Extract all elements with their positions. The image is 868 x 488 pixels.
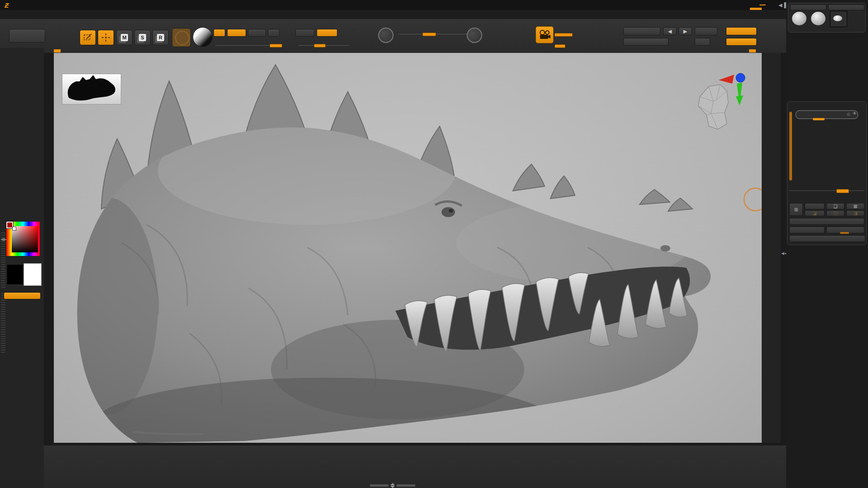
- m-button[interactable]: [268, 29, 280, 37]
- simple-eraser-button[interactable]: [828, 5, 864, 10]
- tool-thumb-sphere3d[interactable]: [811, 12, 825, 25]
- a-button[interactable]: [213, 29, 225, 37]
- color-cursor: [12, 227, 16, 231]
- left-shelf: ◀▶: [0, 48, 44, 488]
- select-camera-button[interactable]: [623, 38, 669, 46]
- layers-panel: 👁 ⊞ ❏ ⊠ ◪ ◫ ◨: [787, 101, 867, 245]
- tray-divider-left[interactable]: [54, 49, 61, 52]
- rgb-button[interactable]: [248, 29, 266, 37]
- camera-button[interactable]: [536, 26, 554, 43]
- alpha-silhouette-icon: [62, 74, 121, 104]
- layer-name-button[interactable]: [805, 203, 825, 209]
- next-arrow-icon: ▶: [683, 28, 687, 34]
- zcut-button[interactable]: [340, 29, 356, 37]
- crop-factor-bar[interactable]: [555, 44, 565, 48]
- layer-visibility-eye-icon[interactable]: 👁: [853, 111, 857, 116]
- zbrush-logo-icon: Ƶ: [5, 1, 9, 9]
- tool-thumb-sphere3d[interactable]: [792, 12, 806, 25]
- lightbox-button[interactable]: [9, 29, 45, 43]
- zadd-button[interactable]: [295, 29, 314, 37]
- camview-on-button[interactable]: [726, 38, 757, 46]
- delete-layer-icon[interactable]: ⊠: [846, 203, 864, 209]
- tool-palette: 👁 ⊞ ❏ ⊠ ◪ ◫ ◨: [786, 0, 868, 488]
- move-button[interactable]: M: [116, 30, 133, 45]
- alternate-button[interactable]: [4, 292, 41, 299]
- focal-length-bar[interactable]: [555, 33, 573, 37]
- right-shelf: [762, 53, 781, 443]
- import-mdd-button[interactable]: [789, 227, 825, 233]
- mrgb-button[interactable]: [227, 29, 246, 37]
- axis-gizmo[interactable]: [718, 71, 754, 107]
- draw-size-cursor: [744, 188, 762, 211]
- right-tray-gutter: ◀◀: [781, 53, 786, 443]
- main-color-swatch[interactable]: [6, 264, 24, 285]
- layer-invert-icon[interactable]: ◨: [846, 210, 864, 216]
- menus-button[interactable]: [759, 5, 766, 5]
- all-button[interactable]: [695, 38, 710, 46]
- color-picker[interactable]: [6, 222, 40, 256]
- bake-all-button[interactable]: [789, 218, 864, 225]
- zremesher-button[interactable]: [790, 5, 826, 10]
- scroll-down-icon[interactable]: [390, 486, 395, 488]
- rotate-icon: R: [157, 34, 164, 41]
- prev-arrow-icon: ◀: [668, 28, 672, 34]
- focal-shift-handle[interactable]: [422, 33, 436, 36]
- secondary-color-swatch[interactable]: [24, 263, 42, 286]
- scroll-up-icon[interactable]: [390, 483, 395, 485]
- layer-merge-icon[interactable]: ◫: [826, 210, 844, 216]
- rotate-button[interactable]: R: [152, 30, 169, 45]
- current-alpha-thumbnail[interactable]: [172, 28, 191, 47]
- y-axis-arrow: [737, 83, 742, 97]
- current-material-thumbnail[interactable]: [193, 27, 213, 47]
- zbrush-window: Ƶ ◀▐▌ ▐▌▶ ◀⧉ ⧉▶ ⊻ ⧉ ✕: [0, 0, 868, 488]
- layer-intensity-handle[interactable]: [836, 189, 849, 193]
- bottom-shelf: [44, 445, 786, 488]
- camera-icon: [538, 29, 551, 40]
- layer-row-active[interactable]: 👁: [796, 110, 858, 119]
- layer-split-icon[interactable]: ◪: [805, 210, 825, 216]
- thumbnail-button[interactable]: [726, 27, 757, 35]
- tray-collapse-icon[interactable]: ◀▶: [0, 237, 7, 242]
- tray-handle-dots[interactable]: [1, 293, 5, 354]
- see-through-slider[interactable]: [750, 1, 753, 9]
- viewport-canvas[interactable]: [54, 53, 762, 443]
- tray-divider-right[interactable]: [749, 49, 756, 52]
- z-axis-sphere: [736, 73, 745, 82]
- store-cam-button[interactable]: [623, 27, 660, 35]
- tool-thumb-zremesher-active[interactable]: [830, 11, 847, 27]
- rgb-intensity-handle[interactable]: [270, 44, 282, 47]
- stroke-d-icon[interactable]: [467, 28, 482, 43]
- y-axis-arrow-tip: [736, 95, 743, 105]
- edit-button[interactable]: [80, 30, 96, 45]
- tool-selector-box: [788, 3, 866, 33]
- stroke-s-icon[interactable]: [378, 28, 394, 43]
- prev-cam-button[interactable]: ◀: [663, 27, 677, 35]
- scale-icon: S: [139, 34, 146, 41]
- new-layer-button[interactable]: ⊞: [789, 203, 803, 216]
- scrollbar-track-left[interactable]: [370, 484, 389, 487]
- record-deformation-button[interactable]: [789, 235, 865, 242]
- top-toolbar: M S R: [0, 19, 868, 53]
- scrollbar-track-right[interactable]: [397, 484, 415, 487]
- layer-record-icon[interactable]: [847, 113, 850, 116]
- timeline-scrollbar[interactable]: [370, 483, 415, 488]
- z-intensity-handle[interactable]: [314, 44, 326, 47]
- sculpt-mesh-dinosaur[interactable]: [54, 53, 762, 443]
- draw-button[interactable]: [98, 30, 114, 45]
- x-axis-arrow: [719, 75, 734, 84]
- active-layer-slider-handle[interactable]: [813, 118, 825, 120]
- scroll-arrows[interactable]: [390, 483, 395, 488]
- edit-icon: [83, 33, 93, 43]
- title-bar: Ƶ ◀▐▌ ▐▌▶ ◀⧉ ⧉▶ ⊻ ⧉ ✕: [0, 0, 868, 10]
- duplicate-layer-icon[interactable]: ❏: [826, 203, 844, 209]
- layers-scrollbar[interactable]: [789, 112, 792, 180]
- draw-icon: [101, 33, 111, 43]
- alpha-preview[interactable]: [62, 74, 121, 104]
- menu-bar: [0, 10, 868, 19]
- scale-button[interactable]: S: [134, 30, 151, 45]
- move-icon: M: [121, 34, 128, 41]
- next-cam-button[interactable]: ▶: [678, 27, 692, 35]
- zsub-button[interactable]: [317, 29, 337, 37]
- delete-cam-button[interactable]: [695, 27, 717, 35]
